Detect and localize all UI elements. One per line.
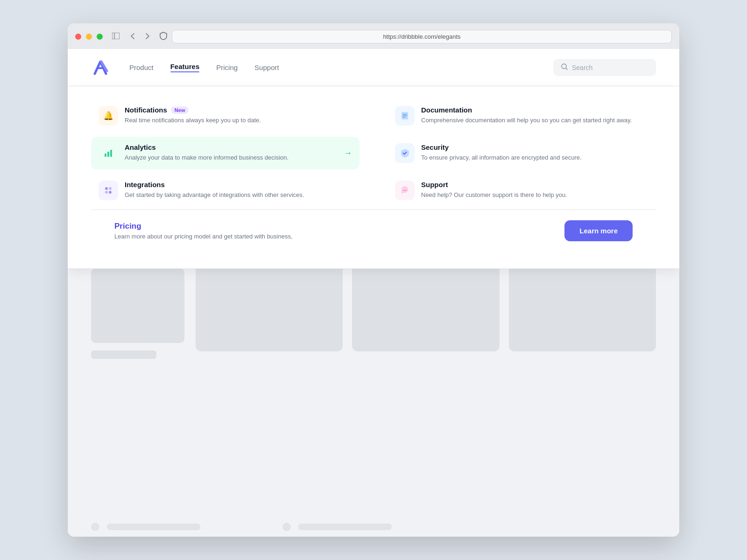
bottom-dot-1 (91, 523, 99, 531)
notifications-icon: 🔔 (99, 106, 118, 126)
page-body (68, 236, 679, 517)
browser-chrome: https://dribbble.com/elegants (68, 23, 679, 49)
notifications-text: Notifications New Real time notification… (125, 106, 352, 125)
integrations-title-row: Integrations (125, 181, 352, 189)
documentation-icon (395, 106, 415, 126)
minimize-dot[interactable] (86, 34, 92, 40)
browser-content: Product Features Pricing Support Search … (68, 49, 679, 537)
nav-links: Product Features Pricing Support (129, 63, 553, 72)
sidebar-placeholder (91, 249, 184, 504)
analytics-arrow-icon: → (344, 148, 352, 158)
pricing-section: Pricing Learn more about our pricing mod… (91, 210, 656, 252)
notifications-title: Notifications (125, 106, 167, 114)
browser-window: https://dribbble.com/elegants Product Fe… (68, 23, 679, 537)
notifications-desc: Real time notifications always keep you … (125, 116, 352, 125)
security-title: Security (421, 143, 449, 151)
svg-point-13 (109, 191, 112, 194)
pricing-title: Pricing (114, 222, 293, 231)
maximize-dot[interactable] (97, 34, 103, 40)
feature-support[interactable]: Support Need help? Our customer support … (388, 174, 656, 207)
pricing-text: Pricing Learn more about our pricing mod… (114, 222, 293, 240)
documentation-title-row: Documentation (421, 106, 648, 114)
integrations-title: Integrations (125, 181, 165, 189)
address-bar[interactable]: https://dribbble.com/elegants (172, 30, 672, 43)
svg-point-16 (406, 190, 407, 191)
support-title-row: Support (421, 181, 648, 189)
svg-point-15 (404, 190, 405, 191)
notifications-title-row: Notifications New (125, 106, 352, 114)
svg-rect-8 (107, 152, 109, 157)
sidebar-toggle-button[interactable] (110, 32, 121, 42)
nav-support[interactable]: Support (254, 63, 279, 71)
svg-point-14 (403, 190, 404, 191)
svg-point-10 (105, 187, 108, 190)
pricing-desc: Learn more about our pricing model and g… (114, 233, 293, 240)
svg-rect-7 (105, 154, 106, 157)
search-box[interactable]: Search (553, 59, 656, 76)
browser-controls: https://dribbble.com/elegants (75, 30, 672, 43)
support-text: Support Need help? Our customer support … (421, 181, 648, 200)
sidebar-card-1 (91, 268, 184, 343)
navbar: Product Features Pricing Support Search (68, 49, 679, 86)
security-text: Security To ensure privacy, all informat… (421, 143, 648, 162)
analytics-title: Analytics (125, 143, 156, 151)
integrations-text: Integrations Get started by taking advan… (125, 181, 352, 200)
support-title: Support (421, 181, 448, 189)
features-dropdown: 🔔 Notifications New Real time notificati… (68, 86, 679, 269)
feature-analytics[interactable]: Analytics Analyze your data to make more… (91, 137, 359, 169)
sidebar-bar-2 (91, 350, 156, 359)
bottom-bar-2 (298, 524, 392, 530)
documentation-desc: Comprehensive documentation will help yo… (421, 116, 648, 125)
security-desc: To ensure privacy, all information are e… (421, 153, 648, 162)
main-content (196, 249, 656, 504)
logo (91, 58, 111, 77)
svg-point-11 (109, 187, 112, 190)
search-placeholder: Search (572, 64, 592, 71)
feature-security[interactable]: Security To ensure privacy, all informat… (388, 137, 656, 169)
bottom-dot-2 (282, 523, 291, 531)
notifications-badge: New (171, 106, 189, 114)
support-icon (395, 181, 415, 200)
nav-pricing[interactable]: Pricing (216, 63, 238, 71)
analytics-title-row: Analytics (125, 143, 337, 151)
close-dot[interactable] (75, 34, 81, 40)
nav-product[interactable]: Product (129, 63, 154, 71)
feature-notifications[interactable]: 🔔 Notifications New Real time notificati… (91, 99, 359, 132)
security-icon (395, 143, 415, 163)
svg-rect-0 (112, 33, 120, 39)
integrations-icon (99, 181, 118, 200)
security-title-row: Security (421, 143, 648, 151)
bottom-row (68, 517, 679, 537)
shield-icon-button[interactable] (160, 32, 167, 42)
svg-rect-9 (110, 150, 112, 157)
nav-features[interactable]: Features (170, 63, 200, 72)
features-grid: 🔔 Notifications New Real time notificati… (91, 99, 656, 207)
bottom-bar-1 (107, 524, 200, 530)
search-icon (561, 63, 568, 72)
back-button[interactable] (129, 32, 136, 42)
learn-more-button[interactable]: Learn more (564, 220, 633, 241)
svg-point-12 (105, 191, 108, 194)
documentation-text: Documentation Comprehensive documentatio… (421, 106, 648, 125)
integrations-desc: Get started by taking advantage of integ… (125, 190, 352, 200)
forward-button[interactable] (144, 32, 151, 42)
support-desc: Need help? Our customer support is there… (421, 190, 648, 200)
feature-documentation[interactable]: Documentation Comprehensive documentatio… (388, 99, 656, 132)
analytics-text: Analytics Analyze your data to make more… (125, 143, 337, 162)
documentation-title: Documentation (421, 106, 472, 114)
analytics-desc: Analyze your data to make more informed … (125, 153, 337, 162)
analytics-icon (99, 143, 118, 163)
feature-integrations[interactable]: Integrations Get started by taking advan… (91, 174, 359, 207)
